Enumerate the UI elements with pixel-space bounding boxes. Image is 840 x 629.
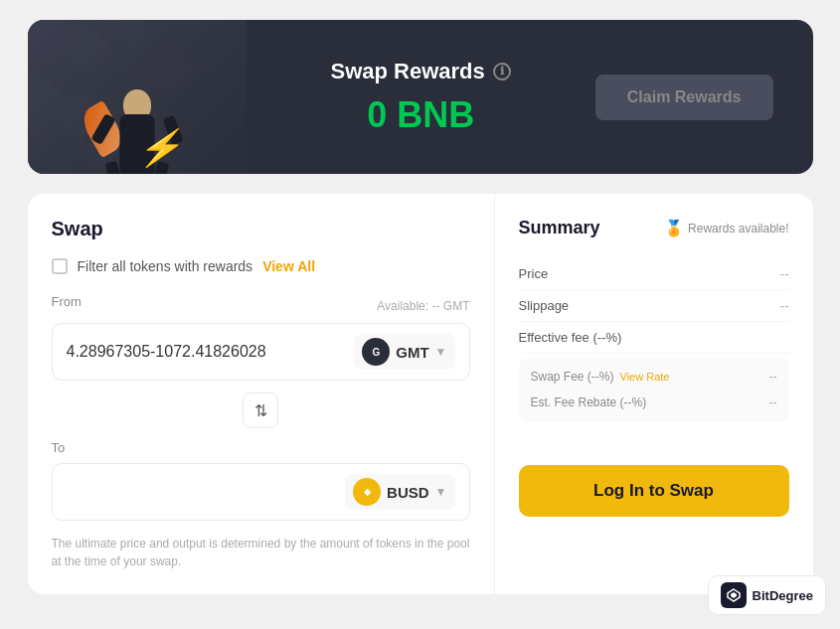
from-input-wrap: G GMT ▼ [52,323,470,381]
summary-panel: Summary 🏅 Rewards available! Price -- Sl… [495,194,813,594]
filter-row: Filter all tokens with rewards View All [52,258,470,274]
bitdegree-logo [721,582,747,608]
est-rebate-label: Est. Fee Rebate (--%) [531,395,647,409]
gmt-icon: G [362,338,390,366]
view-rate-link[interactable]: View Rate [620,371,670,383]
swap-direction-button[interactable]: ⇅ [243,393,278,428]
slippage-row: Slippage -- [519,290,789,322]
info-icon[interactable]: ℹ [493,63,511,80]
bitdegree-badge: BitDegree [708,575,826,615]
filter-label: Filter all tokens with rewards [78,258,253,274]
banner-title-text: Swap Rewards [331,59,485,84]
login-to-swap-button[interactable]: Log In to Swap [519,465,789,517]
price-row: Price -- [519,258,789,290]
from-field-row: From Available: -- GMT [52,294,470,317]
to-amount-input[interactable] [67,483,346,501]
fee-sub-rows: Swap Fee (--%) View Rate -- Est. Fee Reb… [519,358,789,421]
swap-fee-value: -- [769,370,777,384]
banner-title: Swap Rewards ℹ [266,59,576,84]
price-label: Price [519,266,549,281]
swap-note: The ultimate price and output is determi… [52,535,470,570]
slippage-value: -- [780,298,789,313]
view-all-link[interactable]: View All [262,258,315,274]
slippage-label: Slippage [519,298,570,313]
banner-character: ⚡ [87,45,187,174]
from-amount-input[interactable] [67,343,355,361]
main-card: Swap Filter all tokens with rewards View… [28,194,813,594]
svg-marker-1 [731,592,737,598]
to-token-selector[interactable]: ◆ BUSD ▼ [345,474,454,510]
effective-fee-row: Effective fee (--%) [519,322,789,354]
rewards-label: Rewards available! [688,222,788,236]
available-value: -- [431,299,439,313]
from-token-selector[interactable]: G GMT ▼ [354,334,454,370]
from-token-name: GMT [396,344,428,361]
busd-icon: ◆ [353,478,381,506]
swap-fee-text: Swap Fee (--%) [531,370,614,384]
filter-checkbox[interactable] [52,258,68,274]
swap-panel: Swap Filter all tokens with rewards View… [28,194,495,594]
available-text: Available: -- GMT [377,299,469,313]
banner-center: Swap Rewards ℹ 0 BNB [247,59,595,136]
available-unit: GMT [443,299,470,313]
effective-fee-label: Effective fee (--%) [519,330,622,345]
available-label: Available: [377,299,428,313]
from-token-chevron: ▼ [435,345,447,359]
rewards-badge: 🏅 Rewards available! [664,219,788,237]
bitdegree-label: BitDegree [753,588,813,603]
from-label: From [52,294,82,309]
banner-art: ⚡ [28,20,247,174]
est-rebate-value: -- [769,395,777,409]
to-token-chevron: ▼ [435,485,447,499]
banner-amount: 0 BNB [266,94,576,136]
summary-header: Summary 🏅 Rewards available! [519,218,789,238]
banner: ⚡ Swap Rewards ℹ 0 BNB Claim Rewards [28,20,813,174]
summary-title: Summary [519,218,600,238]
to-label: To [52,440,470,455]
to-input-wrap: ◆ BUSD ▼ [52,463,470,521]
swap-arrow-icon: ⇅ [254,401,267,420]
swap-fee-label: Swap Fee (--%) View Rate [531,370,670,384]
claim-rewards-button[interactable]: Claim Rewards [595,75,773,120]
swap-title: Swap [52,218,470,240]
price-value: -- [780,266,789,281]
to-token-name: BUSD [387,484,429,501]
est-rebate-sub-row: Est. Fee Rebate (--%) -- [531,390,777,415]
swap-fee-sub-row: Swap Fee (--%) View Rate -- [531,364,777,390]
medal-icon: 🏅 [664,219,684,237]
